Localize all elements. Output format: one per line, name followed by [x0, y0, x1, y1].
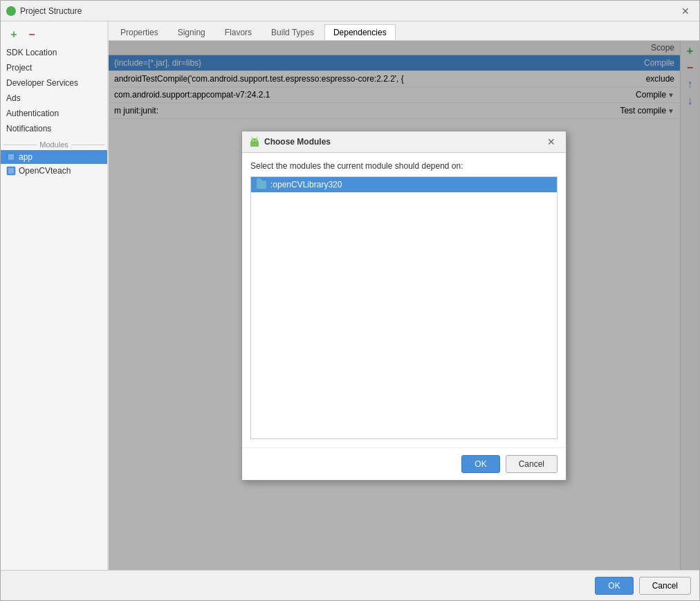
modal-title-left: Choose Modules	[249, 136, 331, 147]
tab-signing[interactable]: Signing	[169, 24, 214, 40]
choose-modules-dialog: Choose Modules ✕ Select the modules the …	[241, 131, 567, 481]
sidebar-toolbar: + −	[1, 24, 107, 45]
modules-list: :openCVLibrary320	[250, 176, 558, 439]
window-title: Project Structure	[20, 6, 82, 16]
main-content-row: Scope {include=[*.jar], dir=libs} Co	[109, 41, 699, 570]
sidebar-item-sdk-location[interactable]: SDK Location	[1, 45, 107, 60]
tab-dependencies[interactable]: Dependencies	[324, 24, 396, 40]
title-bar-left: Project Structure	[6, 6, 82, 16]
svg-point-12	[252, 140, 254, 141]
ok-button[interactable]: OK	[595, 577, 633, 595]
sidebar-module-opencvteach[interactable]: OpenCVteach	[1, 164, 107, 178]
modal-overlay: Choose Modules ✕ Select the modules the …	[109, 41, 699, 570]
folder-icon	[257, 181, 266, 189]
sidebar-add-button[interactable]: +	[6, 27, 21, 42]
svg-point-0	[8, 8, 14, 14]
opencvteach-module-icon	[6, 166, 16, 176]
cancel-button[interactable]: Cancel	[639, 577, 691, 595]
content-area: + − SDK Location Project Developer Servi…	[1, 21, 699, 570]
svg-line-10	[252, 137, 253, 138]
modal-close-button[interactable]: ✕	[544, 136, 559, 148]
modal-title-text: Choose Modules	[264, 137, 331, 147]
bottom-bar: OK Cancel	[1, 570, 699, 600]
modules-section-label: Modules	[1, 136, 107, 150]
main-panel: Properties Signing Flavors Build Types D…	[108, 21, 699, 570]
window-close-button[interactable]: ✕	[677, 4, 694, 18]
sidebar-item-project[interactable]: Project	[1, 60, 107, 75]
modal-description: Select the modules the current module sh…	[250, 161, 558, 171]
modal-cancel-button[interactable]: Cancel	[506, 455, 558, 473]
modal-title-bar: Choose Modules ✕	[242, 131, 566, 153]
sidebar-item-ads[interactable]: Ads	[1, 91, 107, 106]
svg-line-11	[257, 137, 258, 138]
tabs-bar: Properties Signing Flavors Build Types D…	[109, 21, 699, 41]
sidebar: + − SDK Location Project Developer Servi…	[1, 21, 108, 570]
modal-ok-button[interactable]: OK	[461, 455, 499, 473]
app-module-icon	[6, 152, 16, 162]
list-item[interactable]: :openCVLibrary320	[251, 177, 557, 192]
tab-build-types[interactable]: Build Types	[262, 24, 323, 40]
sidebar-module-app[interactable]: app	[1, 150, 107, 164]
sidebar-item-developer-services[interactable]: Developer Services	[1, 75, 107, 91]
sidebar-remove-button[interactable]: −	[24, 27, 39, 42]
modal-body: Select the modules the current module sh…	[242, 153, 566, 447]
sidebar-item-notifications[interactable]: Notifications	[1, 121, 107, 136]
svg-point-13	[255, 140, 257, 141]
app-icon	[6, 6, 16, 16]
modal-footer: OK Cancel	[242, 447, 566, 480]
tab-properties[interactable]: Properties	[111, 24, 167, 40]
title-bar: Project Structure ✕	[1, 1, 699, 21]
svg-rect-4	[8, 168, 14, 174]
main-window: Project Structure ✕ + − SDK Location Pro…	[0, 0, 700, 601]
svg-rect-2	[8, 154, 14, 160]
tab-flavors[interactable]: Flavors	[216, 24, 261, 40]
sidebar-item-authentication[interactable]: Authentication	[1, 106, 107, 121]
svg-point-9	[251, 138, 258, 144]
android-icon	[249, 136, 260, 147]
